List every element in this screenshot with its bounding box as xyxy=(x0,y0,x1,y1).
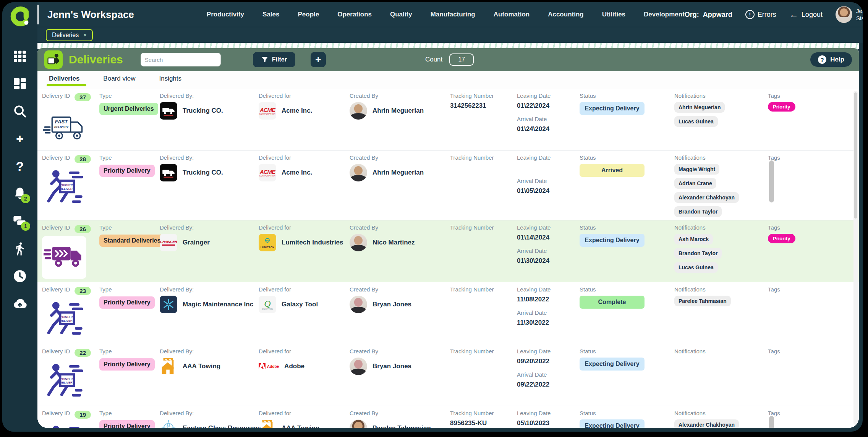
badge-count: 1 xyxy=(21,222,30,231)
tags-cell: Tags xyxy=(768,410,849,428)
topbar-right: Org: Appward ! Errors ← Logout Jennifer … xyxy=(685,6,863,23)
notifications-label: Notifications xyxy=(674,348,768,354)
search-icon[interactable] xyxy=(11,102,29,120)
delivery-id-cell: Delivery ID28PRIORITYDELIVERY xyxy=(42,154,99,217)
leaving-date-label: Leaving Date xyxy=(517,410,580,416)
notifications-label: Notifications xyxy=(674,410,768,416)
history-clock-icon[interactable] xyxy=(11,267,29,285)
nav-item-automation[interactable]: Automation xyxy=(494,11,530,18)
svg-text:DELIVERY: DELIVERY xyxy=(54,125,69,129)
nav-item-sales[interactable]: Sales xyxy=(262,11,279,18)
created-by-cell: Created ByAhrin Meguerian xyxy=(350,92,450,147)
delivery-id-head: Delivery ID37 xyxy=(42,92,99,102)
dates-cell: Leaving Date05\10\2023Arrival Date05\31\… xyxy=(517,410,580,428)
tab-insights[interactable]: Insights xyxy=(159,75,181,86)
aaa-towing-logo xyxy=(259,419,276,428)
close-tab-icon[interactable]: × xyxy=(83,32,87,38)
svg-text:DELIVERY: DELIVERY xyxy=(60,319,74,322)
delivery-id-badge: 22 xyxy=(74,349,91,357)
nav-item-accounting[interactable]: Accounting xyxy=(548,11,584,18)
delivered-for-label: Delivered for xyxy=(259,286,350,293)
scrollbar-thumb[interactable] xyxy=(854,92,857,218)
delivery-row-19[interactable]: Delivery ID19PRIORITYDELIVERYTypePriorit… xyxy=(37,406,859,428)
nav-item-people[interactable]: People xyxy=(298,11,319,18)
delivery-id-head: Delivery ID28 xyxy=(42,154,99,164)
arrival-date-label: Arrival Date xyxy=(517,248,580,254)
add-icon[interactable]: + xyxy=(11,130,29,147)
delivered-for-name: Acme Inc. xyxy=(282,169,312,176)
delivered-by-label: Delivered By: xyxy=(160,92,259,99)
delivered-by-name: Grainger xyxy=(183,239,210,246)
created-by-person: Parelee Tahmasian xyxy=(350,419,450,428)
svg-text:DELIVERY: DELIVERY xyxy=(60,187,74,191)
vertical-scrollbar[interactable] xyxy=(853,91,858,425)
nav-item-productivity[interactable]: Productivity xyxy=(207,11,244,18)
delivery-row-37[interactable]: Delivery ID37FASTDELIVERYTypeUrgent Deli… xyxy=(37,89,859,151)
dashboard-icon[interactable] xyxy=(11,75,29,92)
arrival-date-value: 09\22\2022 xyxy=(517,381,580,388)
tracking-label: Tracking Number xyxy=(450,410,517,416)
dates-cell: Leaving Date01\22\2024Arrival Date01\24\… xyxy=(517,92,580,147)
delivery-row-26[interactable]: Delivery ID26TypeStandard DeliveriesDeli… xyxy=(37,220,859,282)
cloud-upload-icon[interactable] xyxy=(11,295,29,312)
delivery-id-head: Delivery ID19 xyxy=(42,410,99,419)
top-bar: Jenn's Workspace ProductivitySalesPeople… xyxy=(37,2,863,27)
filter-button[interactable]: Filter xyxy=(253,52,295,67)
nav-item-quality[interactable]: Quality xyxy=(390,11,412,18)
delivered-by-company: Trucking CO. xyxy=(160,164,259,181)
delivered-by-company: GRAINGERGrainger xyxy=(160,234,259,251)
help-button[interactable]: ? Help xyxy=(810,52,852,67)
delivered-by-cell: Delivered By:Trucking CO. xyxy=(160,154,259,217)
document-tabstrip: Deliveries × xyxy=(37,27,863,43)
notifications-label: Notifications xyxy=(674,92,768,99)
app-header: Deliveries Filter + Count 17 ? xyxy=(37,48,859,71)
notification-person-chip: Brandon Taylor xyxy=(674,248,722,259)
tags-label: Tags xyxy=(768,92,849,99)
apps-grid-icon[interactable] xyxy=(11,47,29,65)
notification-person-chip: Lucas Guinea xyxy=(674,116,718,127)
delivery-row-23[interactable]: Delivery ID23PRIORITYDELIVERYTypePriorit… xyxy=(37,282,859,344)
status-cell: StatusExpecting Delivery xyxy=(580,224,674,279)
messages-icon[interactable]: 1 xyxy=(11,212,29,230)
delivery-id-label: Delivery ID xyxy=(42,410,70,416)
created-by-label: Created By xyxy=(350,410,450,416)
errors-button[interactable]: ! Errors xyxy=(745,10,776,19)
doc-tab-label: Deliveries xyxy=(52,32,79,39)
help-icon[interactable]: ? xyxy=(11,157,29,175)
created-by-name: Bryan Jones xyxy=(372,363,411,370)
created-by-person: Ahrin Meguerian xyxy=(350,102,450,120)
count-value[interactable]: 17 xyxy=(449,53,474,66)
created-by-avatar xyxy=(350,419,367,428)
user-menu[interactable]: Jennifer Sistilli xyxy=(836,6,863,23)
tags-label: Tags xyxy=(768,224,849,231)
org-selector[interactable]: Org: Appward xyxy=(685,11,732,19)
delivered-by-label: Delivered By: xyxy=(160,286,259,293)
deliveries-doc-tab[interactable]: Deliveries × xyxy=(46,29,93,41)
tags-cell: Tags xyxy=(768,154,849,217)
notifications-bell-icon[interactable]: 2 xyxy=(11,185,29,202)
magic-maintenance-logo xyxy=(160,296,177,313)
delivered-for-label: Delivered for xyxy=(259,410,350,416)
nav-item-development[interactable]: Development xyxy=(644,11,685,18)
nav-item-manufacturing[interactable]: Manufacturing xyxy=(431,11,475,18)
search-input[interactable] xyxy=(145,57,221,63)
app-logo-icon[interactable] xyxy=(9,5,31,28)
activity-runner-icon[interactable] xyxy=(11,240,29,257)
delivery-row-22[interactable]: Delivery ID22PRIORITYDELIVERYTypePriorit… xyxy=(37,344,859,406)
notifications-cell: NotificationsAlexander ChakhoyanBrandon … xyxy=(674,410,768,428)
type-pill: Priority Delivery xyxy=(99,420,155,428)
add-icon-glyph: + xyxy=(16,132,24,145)
delivery-row-28[interactable]: Delivery ID28PRIORITYDELIVERYTypePriorit… xyxy=(37,151,859,220)
created-by-cell: Created ByAhrin Meguerian xyxy=(350,154,450,217)
delivered-by-label: Delivered By: xyxy=(160,348,259,354)
add-delivery-button[interactable]: + xyxy=(311,52,326,67)
tab-deliveries[interactable]: Deliveries xyxy=(49,75,79,86)
nav-item-utilities[interactable]: Utilities xyxy=(602,11,625,18)
delivery-id-badge: 28 xyxy=(74,155,91,163)
tab-board-view[interactable]: Board view xyxy=(103,75,135,86)
logout-button[interactable]: ← Logout xyxy=(789,9,823,20)
leaving-date-value: 01\14\2024 xyxy=(517,234,580,241)
nav-item-operations[interactable]: Operations xyxy=(337,11,372,18)
type-cell: TypeStandard Deliveries xyxy=(99,224,160,279)
dates-cell: Leaving Date09\20\2022Arrival Date09\22\… xyxy=(517,348,580,403)
